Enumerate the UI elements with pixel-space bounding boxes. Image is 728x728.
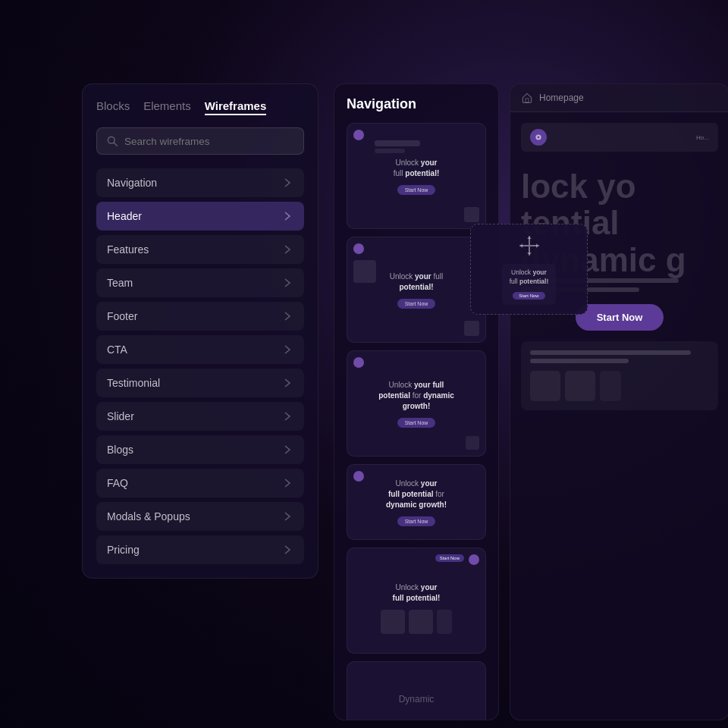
middle-panel: Navigation Unlock yourfull potential! St… [334, 83, 499, 720]
menu-item-testimonial[interactable]: Testimonial [96, 369, 304, 397]
chevron-right-icon [281, 210, 293, 222]
menu-item-blogs[interactable]: Blogs [96, 435, 304, 464]
chevron-right-icon [281, 177, 293, 189]
left-panel: Blocks Elements Wireframes Navigation He… [82, 83, 318, 579]
chevron-right-icon [281, 310, 293, 322]
wireframe-card-4[interactable]: Unlock yourfull potential fordynamic gro… [347, 464, 486, 540]
preview-nav: Ho... [521, 123, 718, 152]
card-dot [469, 554, 479, 565]
card-text: Unlock your fullpotential for dynamicgro… [378, 380, 453, 412]
card-dot [353, 130, 364, 140]
chevron-right-icon [281, 544, 293, 556]
tab-wireframes[interactable]: Wireframes [205, 98, 267, 115]
menu-item-slider[interactable]: Slider [96, 402, 304, 431]
chevron-right-icon [281, 510, 293, 522]
card-bottom-bar [464, 321, 479, 336]
preview-bottom-card [521, 341, 718, 410]
menu-item-faq[interactable]: FAQ [96, 469, 304, 497]
wireframe-card-6[interactable]: Dynamic [347, 661, 486, 720]
chevron-right-icon [281, 344, 293, 356]
preview-nav-text: Ho... [696, 134, 709, 141]
menu-list: Navigation Header Features Team Footer [96, 168, 304, 564]
card-text: Dynamic [399, 693, 435, 706]
tooltip-inner: Unlock yourfull potential! Start Now [502, 264, 556, 305]
card-text: Unlock yourfull potential! [393, 582, 441, 604]
wireframe-card-3[interactable]: Unlock your fullpotential for dynamicgro… [347, 350, 486, 457]
preview-bottom-bars [530, 350, 709, 363]
chevron-right-icon [281, 277, 293, 289]
card-start-button[interactable]: Start Now [397, 299, 436, 309]
card-dot [353, 357, 364, 368]
preview-logo [530, 129, 547, 146]
chevron-right-icon [281, 444, 293, 456]
preview-grid [530, 371, 709, 401]
chevron-right-icon [281, 477, 293, 489]
card-dot [353, 471, 364, 482]
search-icon [106, 135, 118, 147]
tooltip-text: Unlock yourfull potential! [510, 268, 548, 287]
card-start-button[interactable]: Start Now [397, 185, 436, 195]
card-text: Unlock yourfull potential fordynamic gro… [386, 479, 447, 510]
breadcrumb: Homepage [510, 84, 728, 112]
tab-elements[interactable]: Elements [143, 98, 191, 115]
panel-title: Navigation [347, 96, 486, 112]
chevron-right-icon [281, 243, 293, 256]
card-text: Unlock yourfull potential! [394, 158, 440, 179]
wireframe-card-5[interactable]: Start Now Unlock yourfull potential! [347, 548, 486, 654]
svg-line-1 [114, 143, 117, 146]
tab-blocks[interactable]: Blocks [96, 98, 130, 115]
right-panel: Homepage Ho... lock yotentialdynamic g S… [510, 83, 728, 720]
menu-item-navigation[interactable]: Navigation [96, 168, 304, 197]
menu-item-team[interactable]: Team [96, 268, 304, 297]
chevron-right-icon [281, 410, 293, 422]
home-icon [521, 92, 533, 104]
card-start-button[interactable]: Start Now [397, 418, 436, 428]
card-text: Unlock your fullpotential! [390, 271, 444, 293]
svg-rect-2 [526, 99, 529, 103]
card-bottom-bar [464, 207, 479, 222]
card-start-button[interactable]: Start Now [397, 516, 436, 526]
logo-icon [534, 133, 543, 142]
menu-item-pricing[interactable]: Pricing [96, 535, 304, 564]
search-box [96, 127, 304, 155]
card-img [353, 260, 376, 283]
menu-item-cta[interactable]: CTA [96, 335, 304, 364]
wireframe-card-2[interactable]: Unlock your fullpotential! Start Now [347, 237, 486, 343]
search-input[interactable] [124, 136, 294, 147]
move-icon [517, 234, 541, 258]
menu-item-features[interactable]: Features [96, 235, 304, 264]
preview-cta-button[interactable]: Start Now [576, 304, 664, 331]
bottom-bar-1 [530, 350, 691, 355]
tooltip-start-button[interactable]: Start Now [513, 292, 544, 300]
menu-item-header[interactable]: Header [96, 202, 304, 231]
menu-item-modals[interactable]: Modals & Popups [96, 502, 304, 531]
tab-bar: Blocks Elements Wireframes [96, 98, 304, 115]
card-dot [353, 243, 364, 254]
bottom-bar-2 [530, 359, 629, 363]
breadcrumb-label: Homepage [539, 93, 584, 103]
wireframe-card-1[interactable]: Unlock yourfull potential! Start Now [347, 123, 486, 229]
tooltip-card: Unlock yourfull potential! Start Now [470, 224, 588, 315]
chevron-right-icon [281, 377, 293, 389]
menu-item-footer[interactable]: Footer [96, 302, 304, 331]
